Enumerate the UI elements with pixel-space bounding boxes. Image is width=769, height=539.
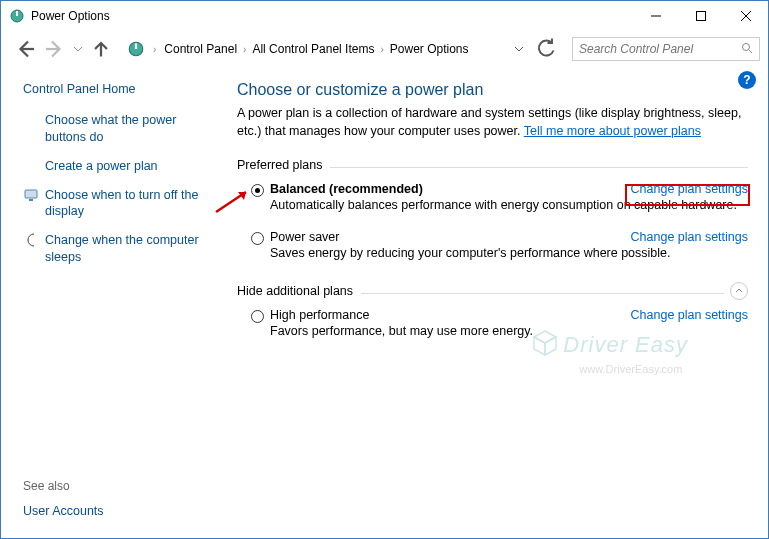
- sidebar-link-create-plan[interactable]: Create a power plan: [45, 158, 158, 175]
- breadcrumb[interactable]: Control Panel › All Control Panel Items …: [162, 37, 508, 61]
- hide-additional-label[interactable]: Hide additional plans: [237, 284, 748, 298]
- maximize-button[interactable]: [678, 1, 723, 31]
- plan-power-saver: Power saver Change plan settings Saves e…: [237, 230, 748, 260]
- plan-name[interactable]: Balanced (recommended): [270, 182, 423, 196]
- chevron-right-icon: ›: [380, 44, 383, 55]
- refresh-button[interactable]: [534, 37, 558, 61]
- preferred-plans-label: Preferred plans: [237, 158, 748, 172]
- back-button[interactable]: [13, 37, 37, 61]
- see-also-label: See also: [23, 479, 104, 493]
- radio-power-saver[interactable]: [251, 232, 264, 245]
- navbar: › Control Panel › All Control Panel Item…: [1, 31, 768, 67]
- search-input[interactable]: [579, 42, 741, 56]
- change-plan-settings-high-perf[interactable]: Change plan settings: [631, 308, 748, 322]
- svg-rect-1: [16, 11, 18, 16]
- radio-high-performance[interactable]: [251, 310, 264, 323]
- forward-button: [43, 37, 67, 61]
- content: Choose or customize a power plan A power…: [223, 67, 768, 538]
- chevron-right-icon: ›: [243, 44, 246, 55]
- sidebar-link-power-buttons[interactable]: Choose what the power buttons do: [45, 112, 211, 146]
- monitor-icon: [23, 187, 39, 203]
- see-also-user-accounts[interactable]: User Accounts: [23, 503, 104, 520]
- search-box[interactable]: [572, 37, 760, 61]
- svg-line-11: [749, 50, 752, 53]
- annotation-red-box: [625, 184, 750, 206]
- up-button[interactable]: [89, 37, 113, 61]
- sidebar-link-turn-off-display[interactable]: Choose when to turn off the display: [45, 187, 211, 221]
- titlebar: Power Options: [1, 1, 768, 31]
- svg-rect-3: [696, 12, 705, 21]
- svg-rect-12: [25, 190, 37, 198]
- page-description: A power plan is a collection of hardware…: [237, 105, 748, 140]
- sidebar-link-computer-sleeps[interactable]: Change when the computer sleeps: [45, 232, 211, 266]
- radio-balanced[interactable]: [251, 184, 264, 197]
- plan-name[interactable]: High performance: [270, 308, 369, 322]
- minimize-button[interactable]: [633, 1, 678, 31]
- recent-dropdown-icon[interactable]: [73, 44, 83, 54]
- plan-desc: Favors performance, but may use more ene…: [270, 324, 748, 338]
- plan-name[interactable]: Power saver: [270, 230, 339, 244]
- window-title: Power Options: [31, 9, 633, 23]
- control-panel-home-link[interactable]: Control Panel Home: [23, 81, 211, 98]
- svg-rect-13: [29, 199, 33, 201]
- chevron-right-icon[interactable]: ›: [153, 44, 156, 55]
- moon-icon: [23, 232, 39, 248]
- power-options-icon: [9, 8, 25, 24]
- svg-rect-9: [135, 43, 137, 49]
- location-icon: [127, 40, 145, 58]
- sidebar: Control Panel Home Choose what the power…: [1, 67, 223, 538]
- plan-high-performance: High performance Change plan settings Fa…: [237, 308, 748, 338]
- address-dropdown-icon[interactable]: [514, 44, 524, 54]
- breadcrumb-item[interactable]: Control Panel: [162, 40, 239, 58]
- close-button[interactable]: [723, 1, 768, 31]
- page-heading: Choose or customize a power plan: [237, 81, 748, 99]
- search-icon[interactable]: [741, 42, 753, 57]
- svg-point-10: [743, 43, 750, 50]
- collapse-button[interactable]: [730, 282, 748, 300]
- plan-desc: Saves energy by reducing your computer's…: [270, 246, 748, 260]
- change-plan-settings-powersaver[interactable]: Change plan settings: [631, 230, 748, 244]
- learn-more-link[interactable]: Tell me more about power plans: [524, 124, 701, 138]
- breadcrumb-item[interactable]: All Control Panel Items: [250, 40, 376, 58]
- breadcrumb-item[interactable]: Power Options: [388, 40, 471, 58]
